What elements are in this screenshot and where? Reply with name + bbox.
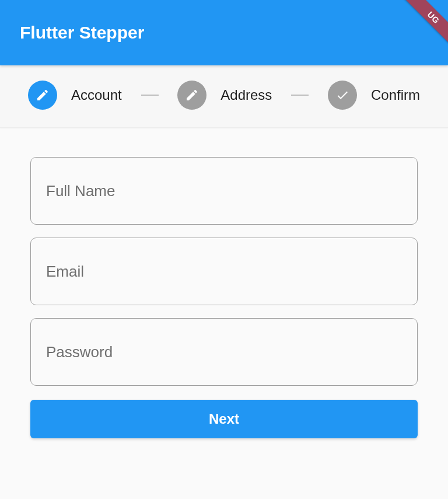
step-address[interactable]: Address xyxy=(177,81,272,110)
email-input[interactable] xyxy=(30,238,418,305)
step-content: Next xyxy=(0,128,448,438)
edit-icon xyxy=(28,81,57,110)
next-button[interactable]: Next xyxy=(30,400,418,438)
step-confirm[interactable]: Confirm xyxy=(328,81,420,110)
step-label-account: Account xyxy=(71,87,122,103)
field-password xyxy=(30,318,418,386)
app-bar: Flutter Stepper UG xyxy=(0,0,448,65)
step-connector xyxy=(291,95,309,96)
check-icon xyxy=(328,81,357,110)
step-label-confirm: Confirm xyxy=(371,87,420,103)
step-account[interactable]: Account xyxy=(28,81,122,110)
edit-icon xyxy=(177,81,206,110)
debug-ribbon-label: UG xyxy=(399,0,448,52)
step-label-address: Address xyxy=(220,87,272,103)
field-email xyxy=(30,238,418,305)
password-input[interactable] xyxy=(30,318,418,386)
full-name-input[interactable] xyxy=(30,157,418,225)
step-connector xyxy=(141,95,159,96)
app-bar-title: Flutter Stepper xyxy=(20,23,144,43)
field-full-name xyxy=(30,157,418,225)
stepper-header: Account Address Confirm xyxy=(0,65,448,128)
